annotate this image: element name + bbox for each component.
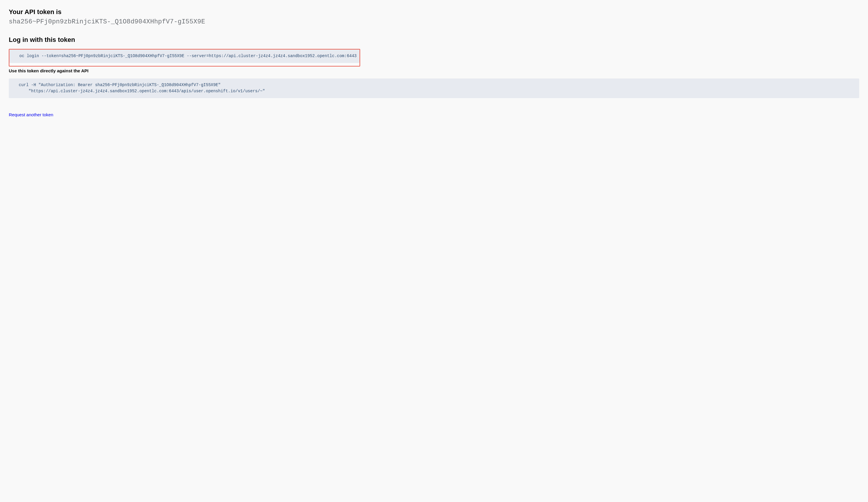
oc-login-highlight-box: oc login --token=sha256~PFj0pn9zbRinjciK…	[9, 49, 360, 66]
api-token-heading: Your API token is	[9, 8, 859, 16]
login-heading: Log in with this token	[9, 36, 859, 44]
curl-command[interactable]: curl -H "Authorization: Bearer sha256~PF…	[9, 79, 859, 98]
request-another-token-link[interactable]: Request another token	[9, 112, 53, 117]
api-token-value: sha256~PFj0pn9zbRinjciKTS-_Q1O8d904XHhpf…	[9, 18, 859, 25]
use-directly-heading: Use this token directly against the API	[9, 68, 859, 73]
oc-login-command[interactable]: oc login --token=sha256~PFj0pn9zbRinjciK…	[9, 50, 360, 63]
